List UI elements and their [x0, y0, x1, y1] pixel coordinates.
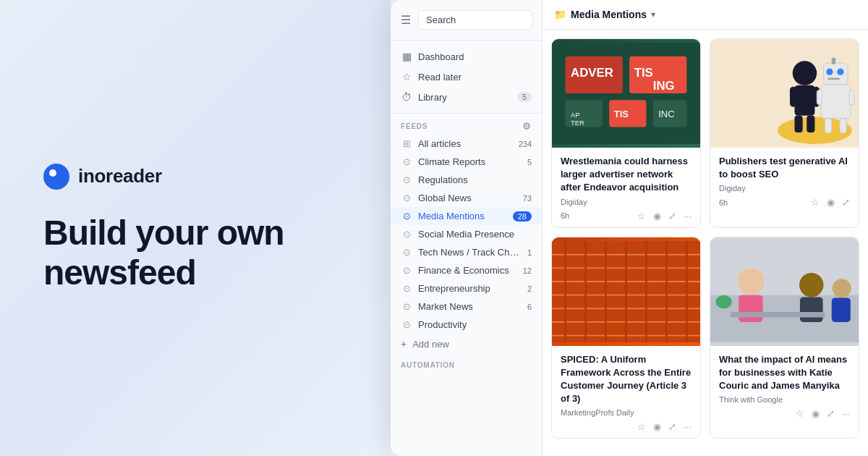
- more-icon[interactable]: ···: [842, 408, 850, 419]
- content-title: Media Mentions: [571, 9, 647, 20]
- grid-icon: ⊞: [401, 138, 412, 149]
- svg-text:TIS: TIS: [614, 109, 629, 119]
- share-icon[interactable]: ⤢: [842, 197, 850, 208]
- logo-text: inoreader: [78, 165, 162, 187]
- svg-point-52: [833, 279, 851, 297]
- feed-item-market-news[interactable]: ⊙ Market News 6: [391, 297, 542, 316]
- folder-icon: 📁: [554, 9, 566, 20]
- svg-rect-49: [739, 295, 763, 321]
- article-body-1: Wrestlemania could harness larger advert…: [552, 148, 700, 227]
- svg-rect-28: [849, 90, 854, 105]
- share-icon[interactable]: ⤢: [668, 211, 676, 221]
- add-new-button[interactable]: + Add new: [391, 334, 542, 354]
- circle-icon: ⊙: [401, 301, 412, 312]
- article-card-1[interactable]: ADVER TIS ING AP TER TIS INC: [551, 38, 701, 228]
- article-card-2[interactable]: Publishers test generative AI to boost S…: [710, 38, 859, 228]
- svg-rect-25: [832, 58, 836, 64]
- article-title-3: SPICED: A Uniform Framework Across the E…: [561, 353, 692, 406]
- article-source-4: Think with Google: [719, 395, 850, 404]
- read-icon[interactable]: ◉: [812, 408, 820, 419]
- nav-items: ▦ Dashboard ☆ Read later ⏱ Library 5: [391, 41, 542, 114]
- dashboard-icon: ▦: [401, 51, 412, 62]
- article-card-4[interactable]: What the impact of AI means for business…: [710, 237, 859, 439]
- article-actions-4: ☆ ◉ ⤢ ···: [796, 408, 850, 419]
- svg-text:TER: TER: [571, 119, 584, 127]
- star-icon: ☆: [401, 71, 412, 83]
- feed-item-social-media[interactable]: ⊙ Social Media Presence: [391, 225, 542, 243]
- nav-item-library[interactable]: ⏱ Library 5: [391, 87, 542, 107]
- article-title-2: Publishers test generative AI to boost S…: [719, 155, 850, 181]
- svg-point-22: [826, 69, 833, 75]
- circle-icon: ⊙: [401, 247, 412, 258]
- read-icon[interactable]: ◉: [653, 211, 661, 221]
- gear-icon[interactable]: ⚙: [522, 121, 532, 132]
- sidebar-header: ☰ Search: [391, 0, 542, 41]
- svg-point-55: [715, 295, 731, 308]
- svg-rect-51: [800, 297, 823, 321]
- article-image-1: ADVER TIS ING AP TER TIS INC: [552, 39, 700, 148]
- svg-text:ADVER: ADVER: [571, 66, 613, 80]
- svg-text:ING: ING: [653, 79, 675, 93]
- article-actions-2: ☆ ◉ ⤢: [811, 197, 850, 208]
- share-icon[interactable]: ⤢: [827, 408, 835, 419]
- circle-icon: ⊙: [401, 265, 412, 276]
- article-source-3: MarketingProfs Daily: [561, 408, 692, 417]
- bookmark-icon[interactable]: ☆: [811, 197, 820, 208]
- svg-point-48: [737, 268, 764, 295]
- svg-rect-17: [790, 87, 796, 107]
- feed-item-finance[interactable]: ⊙ Finance & Economics 12: [391, 261, 542, 279]
- read-icon[interactable]: ◉: [827, 197, 835, 208]
- nav-item-dashboard[interactable]: ▦ Dashboard: [391, 46, 542, 67]
- logo-row: inoreader: [43, 164, 347, 190]
- sidebar: ☰ Search ▦ Dashboard ☆ Read later ⏱ Libr…: [391, 0, 542, 456]
- nav-item-read-later[interactable]: ☆ Read later: [391, 67, 542, 87]
- article-actions-1: ☆ ◉ ⤢ ···: [637, 211, 692, 221]
- bookmark-icon[interactable]: ☆: [637, 211, 646, 221]
- article-meta-4: ☆ ◉ ⤢ ···: [719, 408, 850, 419]
- article-title-1: Wrestlemania could harness larger advert…: [561, 155, 692, 195]
- circle-icon: ⊙: [401, 193, 412, 203]
- feed-item-climate-reports[interactable]: ⊙ Climate Reports 5: [391, 153, 542, 171]
- bookmark-icon[interactable]: ☆: [796, 408, 804, 419]
- more-icon[interactable]: ···: [684, 211, 692, 221]
- search-input[interactable]: Search: [418, 10, 533, 30]
- circle-icon: ⊙: [401, 229, 412, 240]
- article-card-3[interactable]: SPICED: A Uniform Framework Across the E…: [551, 237, 701, 439]
- svg-text:INC: INC: [658, 109, 674, 119]
- feed-item-regulations[interactable]: ⊙ Regulations: [391, 171, 542, 189]
- feed-item-all-articles[interactable]: ⊞ All articles 234: [391, 135, 542, 153]
- logo-icon: [43, 164, 69, 190]
- chevron-down-icon[interactable]: ▾: [651, 9, 655, 20]
- share-icon[interactable]: ⤢: [668, 421, 676, 432]
- read-icon[interactable]: ◉: [653, 421, 661, 432]
- svg-rect-19: [794, 116, 802, 132]
- article-body-4: What the impact of AI means for business…: [710, 346, 859, 426]
- hamburger-icon[interactable]: ☰: [399, 12, 412, 28]
- bookmark-icon[interactable]: ☆: [637, 421, 646, 432]
- circle-icon: ⊙: [401, 283, 412, 294]
- svg-rect-16: [794, 85, 814, 116]
- article-body-3: SPICED: A Uniform Framework Across the E…: [552, 346, 700, 439]
- svg-rect-30: [840, 118, 846, 133]
- feed-item-entrepreneurship[interactable]: ⊙ Entrepreneurship 2: [391, 279, 542, 297]
- more-icon[interactable]: ···: [684, 421, 692, 432]
- circle-icon: ⊙: [401, 174, 412, 185]
- svg-rect-24: [827, 78, 840, 80]
- main-content: 📁 Media Mentions ▾ ADVER TIS ING: [542, 0, 868, 456]
- feed-item-tech-news[interactable]: ⊙ Tech News / Track Chan... 1: [391, 243, 542, 261]
- feed-item-global-news[interactable]: ⊙ Global News 73: [391, 189, 542, 207]
- article-actions-3: ☆ ◉ ⤢ ···: [637, 421, 692, 432]
- article-meta-1: 6h ☆ ◉ ⤢ ···: [561, 211, 692, 221]
- circle-icon: ⊙: [401, 211, 412, 221]
- article-title-4: What the impact of AI means for business…: [719, 353, 850, 393]
- articles-grid: ADVER TIS ING AP TER TIS INC: [542, 30, 868, 456]
- svg-point-50: [799, 272, 824, 297]
- feed-item-media-mentions[interactable]: ⊙ Media Mentions 28: [391, 207, 542, 225]
- hero-title: Build your own newsfeed: [43, 213, 347, 292]
- svg-rect-54: [731, 312, 825, 317]
- library-badge: 5: [517, 92, 532, 102]
- feeds-section: FEEDS ⚙ ⊞ All articles 234 ⊙ Climate Rep…: [391, 114, 542, 456]
- hero-section: inoreader Build your own newsfeed: [0, 0, 391, 456]
- feed-item-productivity[interactable]: ⊙ Productivity: [391, 316, 542, 334]
- article-source-2: Digiday: [719, 184, 850, 193]
